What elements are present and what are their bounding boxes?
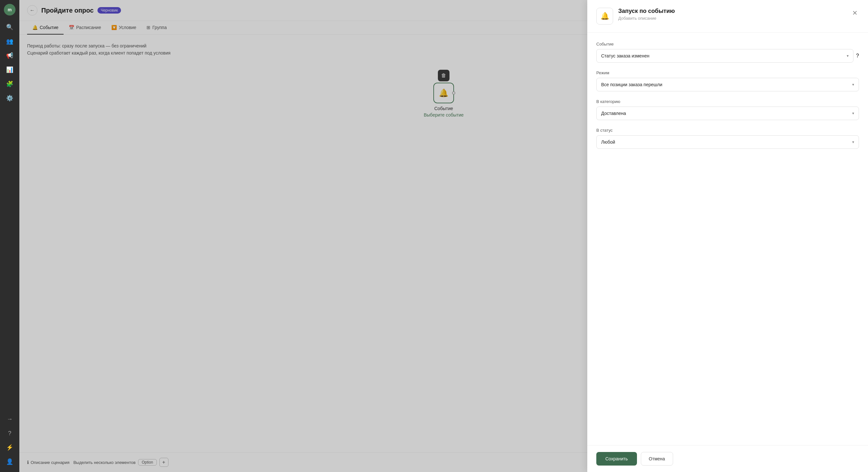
panel-description[interactable]: Добавить описание [618, 16, 846, 21]
panel-body: Событие Статус заказа изменен ▾ ? Режим … [587, 33, 868, 445]
main-area: ← Пройдите опрос Черновик 🔔 Событие 📅 Ра… [19, 0, 868, 472]
sidebar: m 🔍 👥 📢 📊 🧩 ⚙️ → ? ⚡ 👤 [0, 0, 19, 472]
panel-header-text: Запуск по событию Добавить описание [618, 8, 846, 21]
avatar[interactable]: m [4, 4, 16, 16]
cancel-button[interactable]: Отмена [641, 452, 673, 466]
category-field-group: В категорию Доставлена ▾ [596, 99, 859, 120]
status-chevron-icon: ▾ [852, 140, 854, 144]
event-select-row: Статус заказа изменен ▾ ? [596, 49, 859, 63]
panel-header: 🔔 Запуск по событию Добавить описание ✕ [587, 0, 868, 33]
category-field-label: В категорию [596, 99, 859, 104]
sidebar-icon-settings[interactable]: ⚙️ [3, 92, 16, 105]
sidebar-icon-chart[interactable]: 📊 [3, 63, 16, 76]
sidebar-icon-search[interactable]: 🔍 [3, 21, 16, 34]
status-field-group: В статус Любой ▾ [596, 128, 859, 149]
mode-select-value: Все позиции заказа перешли [601, 82, 662, 87]
category-chevron-icon: ▾ [852, 111, 854, 116]
category-select-value: Доставлена [601, 111, 626, 116]
mode-field-label: Режим [596, 70, 859, 75]
status-select[interactable]: Любой ▾ [596, 135, 859, 149]
event-select-value: Статус заказа изменен [601, 53, 649, 58]
mode-chevron-icon: ▾ [852, 82, 854, 87]
sidebar-icon-user[interactable]: 👤 [3, 455, 16, 468]
save-button[interactable]: Сохранить [596, 452, 637, 466]
sidebar-icon-lightning[interactable]: ⚡ [3, 441, 16, 454]
event-select[interactable]: Статус заказа изменен ▾ [596, 49, 854, 63]
side-panel: 🔔 Запуск по событию Добавить описание ✕ … [587, 0, 868, 472]
sidebar-icon-megaphone[interactable]: 📢 [3, 49, 16, 62]
sidebar-icon-logout[interactable]: → [3, 413, 16, 425]
status-field-label: В статус [596, 128, 859, 133]
category-select[interactable]: Доставлена ▾ [596, 107, 859, 120]
mode-field-group: Режим Все позиции заказа перешли ▾ [596, 70, 859, 91]
panel-icon-box: 🔔 [596, 8, 613, 25]
event-field-group: Событие Статус заказа изменен ▾ ? [596, 42, 859, 63]
mode-select[interactable]: Все позиции заказа перешли ▾ [596, 78, 859, 91]
panel-footer: Сохранить Отмена [587, 445, 868, 472]
event-chevron-icon: ▾ [847, 54, 849, 58]
sidebar-icon-puzzle[interactable]: 🧩 [3, 78, 16, 90]
status-select-value: Любой [601, 140, 615, 145]
sidebar-icon-users[interactable]: 👥 [3, 35, 16, 48]
close-button[interactable]: ✕ [851, 8, 859, 18]
event-field-label: Событие [596, 42, 859, 47]
sidebar-icon-help[interactable]: ? [3, 427, 16, 440]
panel-title: Запуск по событию [618, 8, 846, 14]
help-icon[interactable]: ? [856, 53, 859, 59]
panel-bell-icon: 🔔 [600, 12, 609, 20]
